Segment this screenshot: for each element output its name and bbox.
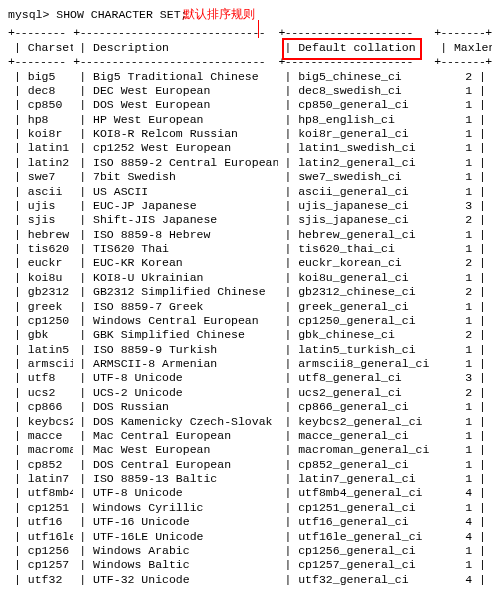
table-row: | sjis| Shift-JIS Japanese| sjis_japanes… (8, 213, 492, 227)
table-row: | utf16le| UTF-16LE Unicode| utf16le_gen… (8, 530, 492, 544)
cell-collation: tis620_thai_ci (298, 242, 395, 255)
cell-description: Windows Cyrillic (93, 501, 203, 514)
cell-charset: cp1256 (28, 544, 69, 557)
cell-collation: cp850_general_ci (298, 98, 408, 111)
cell-charset: utf16le (28, 530, 73, 543)
cell-description: GBK Simplified Chinese (93, 328, 245, 341)
cell-description: Mac West European (93, 443, 210, 456)
cell-collation: ujis_japanese_ci (298, 199, 408, 212)
prompt-text: mysql> SHOW CHARACTER SET; (8, 8, 187, 21)
cell-collation: latin2_general_ci (298, 156, 415, 169)
cell-description: UTF-16 Unicode (93, 515, 190, 528)
table-row: | cp866| DOS Russian| cp866_general_ci1 … (8, 400, 492, 414)
cell-charset: cp866 (28, 400, 63, 413)
cell-description: DOS Kamenicky Czech-Slovak (93, 415, 272, 428)
cell-charset: cp1251 (28, 501, 69, 514)
table-row: | cp852| DOS Central European| cp852_gen… (8, 458, 492, 472)
table-separator: +-------- +-----------------------------… (8, 55, 492, 69)
table-row: | gb2312| GB2312 Simplified Chinese| gb2… (8, 285, 492, 299)
cell-charset: greek (28, 300, 63, 313)
table-row: | utf8| UTF-8 Unicode| utf8_general_ci3 … (8, 371, 492, 385)
cell-description: UTF-8 Unicode (93, 371, 183, 384)
table-row: | latin1| cp1252 West European| latin1_s… (8, 141, 492, 155)
cell-collation: macroman_general_ci (298, 443, 429, 456)
cell-collation: keybcs2_general_ci (298, 415, 422, 428)
cell-charset: utf16 (28, 515, 63, 528)
cell-description: ISO 8859-2 Central European (93, 156, 278, 169)
table-row: | koi8u| KOI8-U Ukrainian| koi8u_general… (8, 271, 492, 285)
cell-charset: cp852 (28, 458, 63, 471)
cell-charset: utf8mb4 (28, 486, 73, 499)
cell-charset: sjis (28, 213, 56, 226)
cell-collation: gb2312_chinese_ci (298, 285, 415, 298)
cell-description: UTF-8 Unicode (93, 486, 183, 499)
table-row: | euckr| EUC-KR Korean| euckr_korean_ci2… (8, 256, 492, 270)
cell-description: ISO 8859-8 Hebrew (93, 228, 210, 241)
table-row: | latin5| ISO 8859-9 Turkish| latin5_tur… (8, 343, 492, 357)
cell-charset: koi8r (28, 127, 63, 140)
cell-description: UTF-16LE Unicode (93, 530, 203, 543)
cell-charset: gb2312 (28, 285, 69, 298)
cell-charset: macroman (28, 443, 73, 456)
table-row: | macce| Mac Central European| macce_gen… (8, 429, 492, 443)
cell-description: UCS-2 Unicode (93, 386, 183, 399)
cell-collation: macce_general_ci (298, 429, 408, 442)
cell-collation: utf8_general_ci (298, 371, 402, 384)
table-row: | swe7| 7bit Swedish| swe7_swedish_ci1 | (8, 170, 492, 184)
cell-charset: euckr (28, 256, 63, 269)
cell-description: Shift-JIS Japanese (93, 213, 217, 226)
table-row: | greek| ISO 8859-7 Greek| greek_general… (8, 300, 492, 314)
cell-collation: cp1257_general_ci (298, 558, 415, 571)
cell-collation: big5_chinese_ci (298, 70, 402, 83)
header-collation: Default collation (298, 41, 415, 54)
cell-description: Big5 Traditional Chinese (93, 70, 259, 83)
cell-charset: koi8u (28, 271, 63, 284)
cell-description: ISO 8859-13 Baltic (93, 472, 217, 485)
header-maxlen: Maxlen (454, 41, 492, 54)
cell-description: 7bit Swedish (93, 170, 176, 183)
table-row: | hebrew| ISO 8859-8 Hebrew| hebrew_gene… (8, 228, 492, 242)
cell-description: ISO 8859-7 Greek (93, 300, 203, 313)
cell-charset: cp1250 (28, 314, 69, 327)
cell-collation: koi8u_general_ci (298, 271, 408, 284)
table-row: | koi8r| KOI8-R Relcom Russian| koi8r_ge… (8, 127, 492, 141)
cell-description: Windows Arabic (93, 544, 190, 557)
table-separator: +-------- +-----------------------------… (8, 26, 492, 40)
cell-collation: cp1251_general_ci (298, 501, 415, 514)
table-row: | hp8| HP West European| hp8_english_ci1… (8, 113, 492, 127)
table-row: | keybcs2| DOS Kamenicky Czech-Slovak| k… (8, 415, 492, 429)
cell-description: KOI8-R Relcom Russian (93, 127, 238, 140)
table-row: | macroman| Mac West European| macroman_… (8, 443, 492, 457)
cell-charset: big5 (28, 70, 56, 83)
cell-collation: cp1250_general_ci (298, 314, 415, 327)
table-row: | cp850| DOS West European| cp850_genera… (8, 98, 492, 112)
cell-description: TIS620 Thai (93, 242, 169, 255)
cell-charset: latin1 (28, 141, 69, 154)
cell-collation: latin1_swedish_ci (298, 141, 415, 154)
cell-charset: ujis (28, 199, 56, 212)
cell-charset: utf8 (28, 371, 56, 384)
cell-collation: dec8_swedish_ci (298, 84, 402, 97)
cell-charset: armscii8 (28, 357, 73, 370)
header-charset: Charset (28, 41, 73, 54)
cell-collation: greek_general_ci (298, 300, 408, 313)
cell-description: DOS Central European (93, 458, 231, 471)
cell-collation: swe7_swedish_ci (298, 170, 402, 183)
cell-collation: latin5_turkish_ci (298, 343, 415, 356)
table-row: | cp1251| Windows Cyrillic| cp1251_gener… (8, 501, 492, 515)
cell-charset: ucs2 (28, 386, 56, 399)
cell-description: EUC-JP Japanese (93, 199, 197, 212)
cell-collation: utf8mb4_general_ci (298, 486, 422, 499)
cell-description: Mac Central European (93, 429, 231, 442)
cell-collation: hp8_english_ci (298, 113, 395, 126)
cell-charset: utf32 (28, 573, 63, 586)
table-row: | ujis| EUC-JP Japanese| ujis_japanese_c… (8, 199, 492, 213)
cell-charset: cp1257 (28, 558, 69, 571)
cell-collation: ucs2_general_ci (298, 386, 402, 399)
cell-description: HP West European (93, 113, 203, 126)
cell-charset: latin7 (28, 472, 69, 485)
cell-description: Windows Central European (93, 314, 259, 327)
cell-charset: latin2 (28, 156, 69, 169)
cell-description: DOS Russian (93, 400, 169, 413)
cell-description: ARMSCII-8 Armenian (93, 357, 217, 370)
